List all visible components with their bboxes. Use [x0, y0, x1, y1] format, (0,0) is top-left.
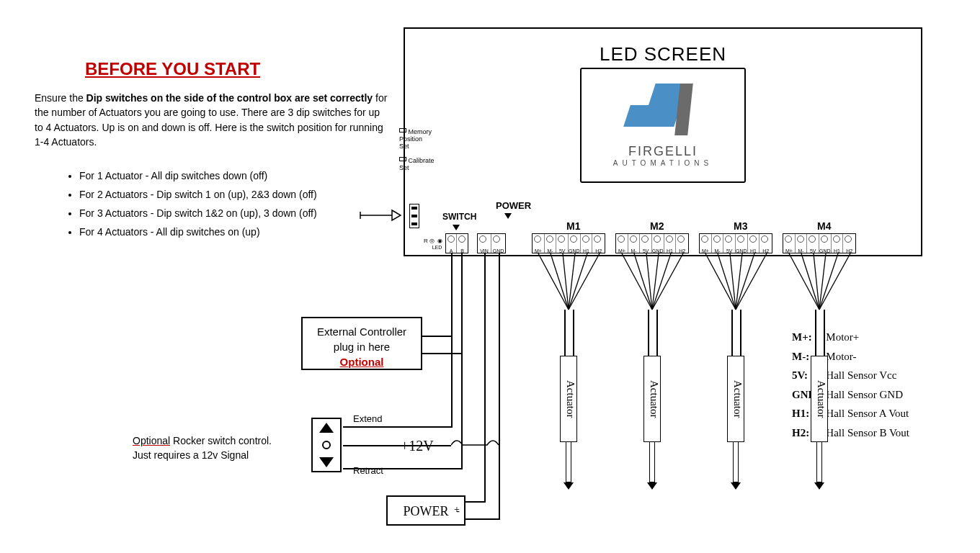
pin-label: H1 [581, 248, 592, 253]
wire [343, 426, 451, 428]
m2-label: M2 [650, 220, 664, 232]
wire [499, 253, 500, 518]
ext-ctrl-line2: plug in here [303, 339, 421, 354]
intro-bold: Dip switches on the side of the control … [86, 92, 373, 104]
rocker-note: Optional Rocker switch control. Just req… [133, 434, 298, 462]
led-screen-label: LED SCREEN [600, 43, 726, 66]
actuator-shaft [816, 442, 822, 482]
led-screen: FIRGELLI AUTOMATIONS [580, 68, 746, 183]
power-supply-box: POWER + - [386, 495, 466, 526]
wire-fanout [776, 253, 863, 311]
dip-switch-list: For 1 Actuator - All dip switches down (… [50, 170, 389, 245]
switch-label: SWITCH [442, 212, 476, 222]
wire [451, 253, 453, 428]
pin-label: GND [652, 248, 664, 253]
circle-icon [322, 441, 331, 449]
wire [422, 336, 451, 337]
wire [422, 353, 463, 354]
wire-fanout [692, 253, 779, 311]
power-terminal: VIN GND [477, 233, 506, 253]
pin-label: 5V [556, 248, 568, 253]
m4-label: M4 [817, 220, 831, 232]
pin-label: GND [569, 248, 580, 253]
m3-label: M3 [734, 220, 747, 232]
triangle-up-icon [319, 423, 334, 433]
pin-label: H2 [592, 248, 605, 253]
m1-label: M1 [566, 220, 580, 232]
wire-hop-icon [451, 439, 502, 451]
motor-terminal-m2: M+M-5VGNDH1H2 [615, 233, 689, 253]
pin-label: M+ [616, 248, 628, 253]
legend-row: M-:Motor- [791, 348, 910, 366]
pin-label: GND [736, 248, 747, 253]
pin-label: GND [819, 248, 831, 253]
actuator-2: Actuator [643, 356, 661, 442]
list-item: For 3 Actuators - Dip switch 1&2 on (up)… [79, 207, 389, 219]
page-title: BEFORE YOU START [85, 59, 260, 79]
legend-row: H2:Hall Sensor B Vout [791, 424, 910, 442]
pin-label: M+ [700, 248, 711, 253]
ext-ctrl-line1: External Controller [303, 324, 421, 339]
extend-label: Extend [353, 413, 382, 424]
wire [648, 310, 649, 356]
pin-label: M- [712, 248, 723, 253]
actuator-tip-icon [564, 482, 574, 490]
pin-label: M- [545, 248, 556, 253]
arrow-down-icon [453, 225, 460, 230]
actuator-tip-icon [731, 482, 741, 490]
list-item: For 4 Actuators - All dip switches on (u… [79, 226, 389, 238]
wire [656, 310, 658, 356]
wire [573, 310, 574, 356]
arrow-right-icon [359, 207, 404, 228]
actuator-shaft [733, 442, 739, 482]
actuator-tip-icon [814, 482, 824, 490]
calibrate-set-button: Calibrate Set [399, 157, 435, 171]
wire [815, 310, 816, 356]
power-label: POWER [496, 200, 531, 211]
pin-label: H1 [832, 248, 843, 253]
pin-label: H2 [843, 248, 855, 253]
wire [484, 253, 486, 501]
list-item: For 2 Actuators - Dip switch 1 on (up), … [79, 189, 389, 200]
wire [466, 501, 486, 503]
power-supply-label: POWER [404, 504, 449, 518]
legend-row: GND:Hall Sensor GND [791, 386, 910, 404]
wire [343, 468, 463, 469]
memory-set-button: Memory Position Set [399, 128, 432, 150]
actuator-shaft [649, 442, 655, 482]
firgelli-logo-icon [627, 84, 699, 141]
wire [343, 445, 451, 446]
pin-label: VIN [478, 248, 491, 253]
reset-led-label: R ◎ ◉ LED [424, 238, 442, 251]
wire [731, 310, 733, 356]
triangle-down-icon [319, 457, 334, 467]
legend-row: H1:Hall Sensor A Vout [791, 405, 910, 423]
pin-label: 5V [807, 248, 819, 253]
intro-prefix: Ensure the [35, 92, 86, 104]
pin-label: GND [491, 248, 505, 253]
pin-label: H2 [676, 248, 688, 253]
plus-12v-label: +12V [401, 438, 434, 454]
list-item: For 1 Actuator - All dip switches down (… [79, 170, 389, 181]
wire-fanout [609, 253, 695, 311]
motor-terminal-m1: M+M-5VGNDH1H2 [532, 233, 605, 253]
rocker-note-optional: Optional [133, 435, 170, 446]
pin-label: 5V [723, 248, 735, 253]
pin-label: M+ [533, 248, 544, 253]
pin-label: M- [796, 248, 807, 253]
external-controller-box: External Controller plug in here Optiona… [301, 317, 422, 370]
actuator-1: Actuator [560, 356, 577, 442]
dip-switch-icon [409, 204, 419, 228]
actuator-3: Actuator [727, 356, 744, 442]
wire [466, 518, 500, 520]
legend-row: 5V:Hall Sensor Vcc [791, 367, 910, 385]
ext-ctrl-optional: Optional [303, 354, 421, 369]
pin-legend: M+:Motor+ M-:Motor- 5V:Hall Sensor Vcc G… [790, 327, 912, 443]
wire [824, 310, 825, 356]
actuator-4: Actuator [811, 356, 828, 442]
pin-label: B [457, 248, 468, 253]
pin-label: H1 [664, 248, 676, 253]
wire [740, 310, 741, 356]
pin-label: M- [628, 248, 640, 253]
pin-label: 5V [640, 248, 651, 253]
